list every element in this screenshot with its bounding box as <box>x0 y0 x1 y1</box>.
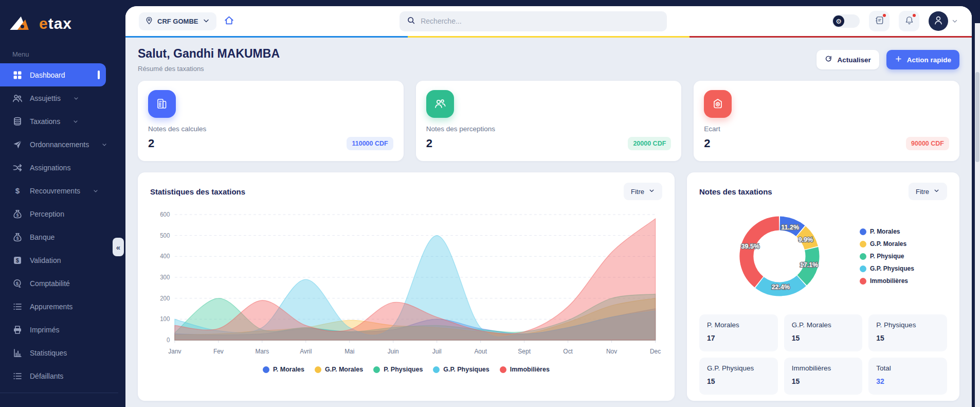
stat-card-label: Ecart <box>704 125 949 133</box>
refresh-icon <box>825 55 832 64</box>
users-icon <box>12 93 23 103</box>
filter-dropdown[interactable]: Fitre <box>624 183 662 200</box>
coindollar-icon: $ <box>12 278 23 289</box>
app-logo-icon <box>11 14 34 33</box>
legend-item-p-morales[interactable]: P. Morales <box>263 366 304 373</box>
legend-item-g-p-morales[interactable]: G.P. Morales <box>860 240 947 247</box>
sidebar-item-appurements[interactable]: Appurements <box>0 295 106 318</box>
sidebar-item-assignations[interactable]: Assignations <box>0 156 106 179</box>
app-logo-text: etax <box>39 15 72 32</box>
summary-card-value: 15 <box>876 334 939 342</box>
legend-item-p-physiques[interactable]: P. Physiques <box>373 366 423 373</box>
legend-dot <box>860 266 866 272</box>
summary-card-g-p-morales: G.P. Morales15 <box>784 314 863 351</box>
chevron-down-icon <box>951 17 958 25</box>
topbar: CRF GOMBE ⚙ <box>125 6 972 36</box>
page-subtitle: Résumé des taxations <box>138 65 280 73</box>
chevron-down-icon <box>73 95 79 101</box>
svg-text:Fev: Fev <box>213 348 224 355</box>
svg-text:500: 500 <box>160 232 170 238</box>
notification-dot <box>913 14 916 17</box>
filter-dropdown[interactable]: Fitre <box>909 183 947 200</box>
sidebar-item-label: Recouvrements <box>30 187 80 195</box>
location-pin-icon <box>145 16 153 26</box>
refresh-button[interactable]: Actualiser <box>816 50 879 69</box>
legend-label: Immobilières <box>870 277 908 285</box>
svg-text:Juil: Juil <box>432 348 442 355</box>
sidebar-item-ordonnancements[interactable]: Ordonnancements <box>0 133 106 156</box>
summary-card-value: 15 <box>792 334 855 342</box>
sidebar-item-defaillants[interactable]: Défaillants <box>0 364 106 387</box>
sidebar-divider <box>0 393 118 393</box>
sidebar-item-recouvrements[interactable]: $Recouvrements <box>0 179 106 202</box>
sidebar-item-taxations[interactable]: Taxations <box>0 110 106 133</box>
search-input[interactable] <box>421 17 660 25</box>
legend-item-immobili-res[interactable]: Immobilières <box>860 277 947 285</box>
scrollbar-thumb[interactable] <box>975 72 979 162</box>
plus-icon <box>895 55 902 64</box>
home-button[interactable] <box>224 15 234 28</box>
search-icon <box>407 16 415 27</box>
sidebar: etax Menu DashboardAssujettisTaxationsOr… <box>0 0 118 407</box>
theme-toggle[interactable]: ⚙ <box>832 14 860 28</box>
sidebar-nav: DashboardAssujettisTaxationsOrdonnanceme… <box>0 63 118 387</box>
notifications-button[interactable] <box>899 11 919 31</box>
taxation-notes-panel: Notes des taxations Fitre 11.2%9.9%17.1%… <box>687 172 959 401</box>
sidebar-item-perception[interactable]: $Perception <box>0 202 106 225</box>
sidebar-item-banque[interactable]: $Banque <box>0 225 106 249</box>
printer-icon <box>12 325 23 335</box>
notification-dot <box>883 14 886 17</box>
svg-text:$: $ <box>16 280 19 286</box>
sidebar-item-label: Ordonnancements <box>30 140 89 149</box>
legend-item-p-morales[interactable]: P. Morales <box>860 228 947 235</box>
list-icon <box>12 371 23 381</box>
sidebar-item-assujettis[interactable]: Assujettis <box>0 86 106 110</box>
sidebar-collapse-button[interactable]: « <box>113 238 124 256</box>
shuffle-icon <box>12 163 23 173</box>
stat-card-badge: 110000 CDF <box>347 137 393 150</box>
summary-card-label: G.P. Morales <box>792 321 855 329</box>
messages-button[interactable] <box>869 11 890 31</box>
sidebar-item-statistiques[interactable]: Statistiques <box>0 341 106 364</box>
user-menu[interactable] <box>929 11 958 31</box>
svg-text:300: 300 <box>160 274 170 280</box>
sidebar-item-dashboard[interactable]: Dashboard <box>0 63 106 86</box>
svg-text:$: $ <box>16 212 19 217</box>
avatar <box>929 11 948 31</box>
summary-card-g-p-physiques: G.P. Physiques15 <box>699 358 778 395</box>
sidebar-item-label: Perception <box>30 210 64 218</box>
dashboard-content: Salut, Gandhi MAKUMBA Résumé des taxatio… <box>125 38 972 401</box>
svg-text:Mars: Mars <box>256 348 269 355</box>
legend-item-p-physique[interactable]: P. Physique <box>860 253 947 260</box>
legend-item-g-p-morales[interactable]: G.P. Morales <box>315 366 363 373</box>
stat-card-badge: 20000 CDF <box>628 137 671 150</box>
app-logo[interactable]: etax <box>0 0 118 37</box>
legend-dot <box>500 366 506 373</box>
stat-card-badge: 90000 CDF <box>906 137 949 150</box>
chevron-down-icon <box>72 118 79 125</box>
sidebar-item-imprimes[interactable]: Imprimés <box>0 318 106 341</box>
sidebar-item-validation[interactable]: $Validation <box>0 249 106 272</box>
sidebar-item-label: Comptabilité <box>30 279 70 288</box>
quick-action-button[interactable]: Action rapide <box>886 50 959 69</box>
calc-icon <box>148 90 176 118</box>
location-selector[interactable]: CRF GOMBE <box>139 12 216 30</box>
bag-icon: $ <box>12 209 23 219</box>
sidebar-menu-label: Menu <box>0 37 118 60</box>
sidebar-item-comptabilite[interactable]: $Comptabilité <box>0 272 106 295</box>
dollar-icon: $ <box>12 186 23 196</box>
legend-label: P. Morales <box>870 228 900 235</box>
legend-item-g-p-physiques[interactable]: G.P. Physiques <box>433 366 489 373</box>
message-icon <box>875 15 884 27</box>
sidebar-item-label: Statistiques <box>30 349 67 357</box>
panel-title: Statistiques des taxations <box>150 187 245 196</box>
main-area: CRF GOMBE ⚙ <box>118 0 980 407</box>
chevron-down-icon <box>202 16 210 26</box>
location-label: CRF GOMBE <box>157 17 198 25</box>
summary-card-value: 32 <box>876 377 939 385</box>
legend-item-g-p-physiques[interactable]: G.P. Physiques <box>860 265 947 272</box>
sidebar-item-label: Banque <box>30 233 55 241</box>
scrollbar-track <box>975 23 980 407</box>
legend-item-immobili-res[interactable]: Immobilières <box>500 366 550 373</box>
main-container: CRF GOMBE ⚙ <box>125 6 972 407</box>
